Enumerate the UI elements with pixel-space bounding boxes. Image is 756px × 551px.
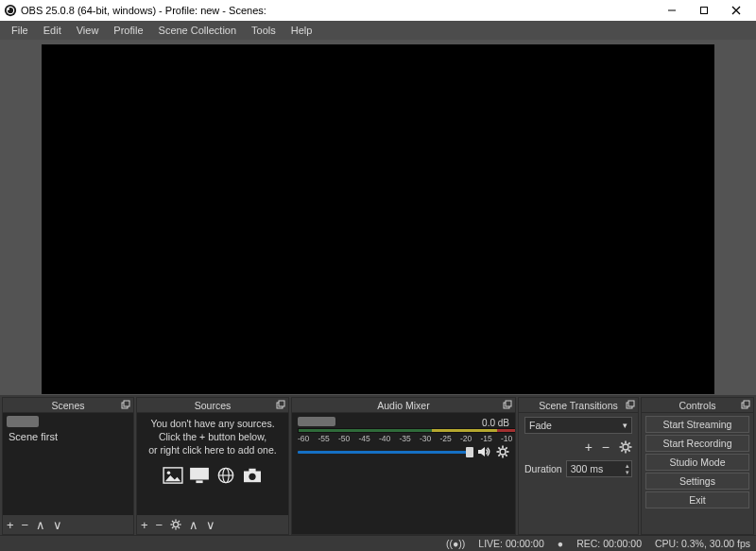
- scene-item[interactable]: Scene first: [3, 427, 133, 446]
- start-streaming-button[interactable]: Start Streaming: [645, 416, 749, 433]
- remove-scene-button[interactable]: −: [22, 519, 29, 531]
- remove-source-button[interactable]: −: [156, 519, 163, 531]
- sources-header: Sources: [137, 398, 288, 413]
- exit-button[interactable]: Exit: [645, 491, 749, 508]
- tick: -60: [298, 434, 309, 443]
- settings-button[interactable]: Settings: [645, 473, 749, 490]
- svg-line-48: [621, 442, 623, 444]
- add-source-button[interactable]: +: [141, 519, 148, 531]
- duration-label: Duration: [524, 463, 562, 474]
- window-title: OBS 25.0.8 (64-bit, windows) - Profile: …: [21, 5, 656, 16]
- svg-rect-53: [744, 401, 749, 406]
- audio-channel-label: [298, 417, 335, 426]
- remove-transition-button[interactable]: −: [602, 439, 610, 455]
- mixer-header: Audio Mixer: [292, 398, 515, 413]
- audio-meter: [298, 428, 515, 433]
- studio-mode-button[interactable]: Studio Mode: [645, 454, 749, 471]
- menu-scene-collection[interactable]: Scene Collection: [151, 23, 245, 38]
- menu-edit[interactable]: Edit: [36, 23, 69, 38]
- status-bar: ((●)) LIVE: 00:00:00 ● REC: 00:00:00 CPU…: [0, 535, 756, 551]
- transitions-header: Scene Transitions: [519, 398, 638, 413]
- scenes-toolbar: + − ∧ ∨: [3, 515, 133, 534]
- svg-line-39: [506, 447, 507, 449]
- speaker-icon[interactable]: [477, 445, 490, 458]
- svg-point-21: [174, 522, 179, 526]
- tick: -10: [501, 434, 512, 443]
- live-indicator-icon: ((●)): [446, 538, 465, 549]
- controls-header: Controls: [642, 398, 753, 413]
- svg-line-37: [498, 447, 500, 449]
- transition-select[interactable]: Fade ▾: [524, 417, 632, 434]
- controls-body: Start Streaming Start Recording Studio M…: [642, 413, 753, 534]
- tick: -50: [338, 434, 350, 443]
- sources-empty-line: You don't have any sources.: [143, 417, 283, 430]
- menu-help[interactable]: Help: [284, 23, 320, 38]
- duration-value: 300 ms: [571, 463, 603, 474]
- sources-empty-line: or right click here to add one.: [143, 443, 283, 456]
- source-properties-button[interactable]: [170, 519, 181, 530]
- add-scene-button[interactable]: +: [7, 519, 14, 531]
- popout-icon[interactable]: [741, 400, 750, 409]
- start-recording-button[interactable]: Start Recording: [645, 435, 749, 452]
- popout-icon[interactable]: [503, 400, 512, 409]
- scenes-list[interactable]: Scene first: [3, 413, 133, 515]
- svg-rect-10: [279, 401, 284, 406]
- tick: -35: [400, 434, 411, 443]
- svg-line-40: [498, 455, 500, 456]
- popout-icon[interactable]: [276, 400, 285, 409]
- menu-tools[interactable]: Tools: [244, 23, 284, 38]
- move-scene-up-button[interactable]: ∧: [36, 519, 45, 531]
- move-source-down-button[interactable]: ∨: [206, 519, 215, 531]
- duration-spinbox[interactable]: 300 ms ▴▾: [566, 460, 632, 477]
- svg-point-12: [167, 471, 171, 474]
- status-rec: REC: 00:00:00: [576, 538, 642, 549]
- tick: -45: [359, 434, 370, 443]
- mixer-body: 0.0 dB -60 -55 -50 -45 -40 -35 -30 -25 -…: [292, 413, 515, 534]
- svg-line-50: [628, 442, 630, 444]
- minimize-button[interactable]: [656, 0, 688, 21]
- spin-arrows[interactable]: ▴▾: [626, 462, 629, 475]
- transitions-title: Scene Transitions: [539, 400, 617, 411]
- svg-point-20: [249, 473, 255, 479]
- browser-source-icon: [215, 467, 236, 484]
- display-source-icon: [189, 467, 210, 484]
- svg-line-38: [506, 455, 507, 456]
- controls-panel: Controls Start Streaming Start Recording…: [641, 397, 754, 535]
- preview-area: [0, 40, 756, 395]
- menu-file[interactable]: File: [4, 23, 36, 38]
- volume-slider[interactable]: [298, 451, 472, 454]
- maximize-button[interactable]: [688, 0, 720, 21]
- svg-rect-4: [701, 8, 708, 14]
- popout-icon[interactable]: [121, 400, 130, 409]
- preview-canvas[interactable]: [42, 44, 714, 394]
- scene-thumb: [7, 416, 39, 427]
- audio-mixer-panel: Audio Mixer 0.0 dB -60 -55 -50 -45 -40 -…: [291, 397, 516, 535]
- add-transition-button[interactable]: +: [585, 439, 593, 455]
- svg-line-28: [179, 521, 180, 522]
- svg-rect-13: [190, 467, 209, 479]
- tick: -55: [318, 434, 330, 443]
- move-source-up-button[interactable]: ∧: [189, 519, 198, 531]
- transition-selected: Fade: [529, 420, 552, 431]
- transition-properties-button[interactable]: [619, 440, 632, 454]
- popout-icon[interactable]: [626, 400, 635, 409]
- sources-panel: Sources You don't have any sources. Clic…: [136, 397, 289, 535]
- menu-view[interactable]: View: [69, 23, 107, 38]
- close-button[interactable]: [720, 0, 752, 21]
- gear-icon[interactable]: [496, 445, 509, 458]
- volume-slider-thumb[interactable]: [466, 447, 473, 457]
- svg-line-49: [628, 450, 630, 452]
- transitions-body: Fade ▾ + − Duration 300 ms ▴▾: [519, 413, 638, 534]
- sources-empty-text: You don't have any sources. Click the + …: [137, 413, 288, 463]
- sources-list[interactable]: You don't have any sources. Click the + …: [137, 413, 288, 515]
- svg-line-26: [172, 521, 173, 522]
- svg-rect-19: [249, 468, 255, 472]
- bottom-panels: Scenes Scene first + − ∧ ∨ Sources You d…: [0, 395, 756, 535]
- menu-profile[interactable]: Profile: [106, 23, 150, 38]
- sources-toolbar: + − ∧ ∨: [137, 515, 288, 534]
- sources-empty-line: Click the + button below,: [143, 430, 283, 443]
- svg-point-43: [623, 444, 628, 450]
- move-scene-down-button[interactable]: ∨: [53, 519, 62, 531]
- svg-rect-42: [628, 401, 634, 406]
- camera-source-icon: [242, 467, 263, 484]
